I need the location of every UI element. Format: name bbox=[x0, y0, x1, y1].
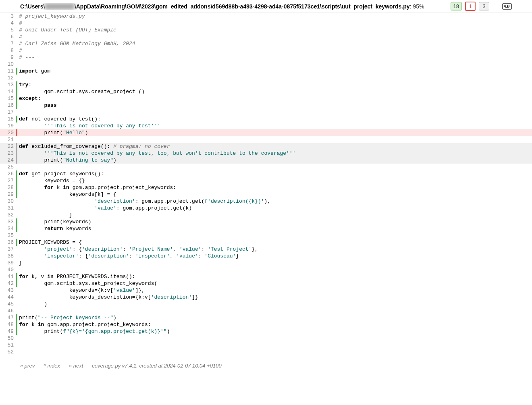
code-text: 'project': {'description': 'Project Name… bbox=[17, 246, 532, 253]
code-line: 41for k, v in PROJECT_KEYWORDS.items(): bbox=[0, 273, 532, 280]
line-number[interactable]: 21 bbox=[0, 136, 16, 143]
line-number[interactable]: 26 bbox=[0, 170, 16, 177]
code-text: } bbox=[17, 212, 532, 218]
code-text: for k in gom.app.project.project_keyword… bbox=[17, 184, 532, 191]
line-number[interactable]: 22 bbox=[0, 143, 16, 150]
code-text: # Unit Under Test (UUT) Example bbox=[17, 27, 532, 33]
line-number[interactable]: 43 bbox=[0, 287, 16, 294]
line-number[interactable]: 28 bbox=[0, 184, 16, 191]
line-number[interactable]: 31 bbox=[0, 205, 16, 212]
code-text: pass bbox=[17, 102, 532, 109]
line-number[interactable]: 16 bbox=[0, 102, 16, 109]
code-line: 27 keywords = {} bbox=[0, 177, 532, 184]
code-line: 11import gom bbox=[0, 68, 532, 75]
code-line: 30 'description': gom.app.project.get(f'… bbox=[0, 198, 532, 205]
line-number[interactable]: 49 bbox=[0, 328, 16, 335]
line-number[interactable]: 4 bbox=[0, 20, 16, 27]
line-number[interactable]: 13 bbox=[0, 81, 16, 88]
code-text: # --- bbox=[17, 54, 532, 61]
line-number[interactable]: 33 bbox=[0, 218, 16, 225]
line-number[interactable]: 9 bbox=[0, 54, 16, 61]
code-line: 50 bbox=[0, 335, 532, 342]
line-number[interactable]: 39 bbox=[0, 260, 16, 266]
code-line: 47print("-- Project keywords --") bbox=[0, 314, 532, 321]
line-number[interactable]: 18 bbox=[0, 116, 16, 123]
line-number[interactable]: 5 bbox=[0, 27, 16, 33]
code-line: 40 bbox=[0, 266, 532, 273]
code-text: print("Nothing to say") bbox=[17, 157, 532, 164]
line-number[interactable]: 44 bbox=[0, 294, 16, 301]
line-number[interactable]: 14 bbox=[0, 88, 16, 95]
code-line: 37 'project': {'description': 'Project N… bbox=[0, 246, 532, 253]
stat-run-count[interactable]: 18 bbox=[451, 2, 462, 10]
line-number[interactable]: 17 bbox=[0, 109, 16, 116]
line-number[interactable]: 41 bbox=[0, 273, 16, 280]
prev-link[interactable]: « prev bbox=[20, 363, 35, 369]
keyboard-icon[interactable] bbox=[502, 3, 512, 10]
line-number[interactable]: 52 bbox=[0, 349, 16, 355]
next-link[interactable]: » next bbox=[69, 363, 83, 369]
line-number[interactable]: 34 bbox=[0, 225, 16, 232]
line-number[interactable]: 48 bbox=[0, 321, 16, 328]
line-number[interactable]: 20 bbox=[0, 129, 16, 136]
code-line: 7# Carl Zeiss GOM Metrology GmbH, 2024 bbox=[0, 40, 532, 47]
line-number[interactable]: 36 bbox=[0, 239, 16, 246]
code-text: keywords = {} bbox=[17, 177, 532, 184]
line-number[interactable]: 10 bbox=[0, 61, 16, 68]
line-number[interactable]: 15 bbox=[0, 95, 16, 102]
index-link[interactable]: ^ index bbox=[44, 363, 60, 369]
line-number[interactable]: 51 bbox=[0, 342, 16, 349]
code-line: 14 gom.script.sys.create_project () bbox=[0, 88, 532, 95]
line-number[interactable]: 45 bbox=[0, 301, 16, 307]
line-number[interactable]: 27 bbox=[0, 177, 16, 184]
line-number[interactable]: 40 bbox=[0, 266, 16, 273]
code-text: keywords_description={k:v['description']… bbox=[17, 294, 532, 301]
line-number[interactable]: 42 bbox=[0, 280, 16, 287]
line-number[interactable]: 37 bbox=[0, 246, 16, 253]
code-line: 15except: bbox=[0, 95, 532, 102]
line-number[interactable]: 30 bbox=[0, 198, 16, 205]
line-number[interactable]: 46 bbox=[0, 307, 16, 314]
code-text: except: bbox=[17, 95, 532, 102]
stat-excluded-count[interactable]: 3 bbox=[479, 2, 489, 10]
svg-point-2 bbox=[506, 5, 506, 5]
code-line: 16 pass bbox=[0, 102, 532, 109]
code-line: 25 bbox=[0, 164, 532, 170]
line-number[interactable]: 19 bbox=[0, 123, 16, 129]
line-number[interactable]: 6 bbox=[0, 33, 16, 40]
line-number[interactable]: 24 bbox=[0, 157, 16, 164]
code-text: # Carl Zeiss GOM Metrology GmbH, 2024 bbox=[17, 40, 532, 47]
line-number[interactable]: 29 bbox=[0, 191, 16, 198]
line-number[interactable]: 25 bbox=[0, 164, 16, 170]
code-line: 22def excluded_from_coverage(): # pragma… bbox=[0, 143, 532, 150]
code-line: 9# --- bbox=[0, 54, 532, 61]
code-text: for k in gom.app.project.project_keyword… bbox=[17, 321, 532, 328]
stat-miss-count[interactable]: 1 bbox=[465, 2, 476, 11]
line-number[interactable]: 3 bbox=[0, 13, 16, 20]
code-line: 51 bbox=[0, 342, 532, 349]
code-text: for k, v in PROJECT_KEYWORDS.items(): bbox=[17, 273, 532, 280]
svg-point-7 bbox=[507, 6, 508, 6]
line-number[interactable]: 38 bbox=[0, 253, 16, 260]
line-number[interactable]: 23 bbox=[0, 150, 16, 157]
code-line: 39} bbox=[0, 260, 532, 266]
code-text: # bbox=[17, 33, 532, 40]
line-number[interactable]: 11 bbox=[0, 68, 16, 75]
line-number[interactable]: 50 bbox=[0, 335, 16, 342]
line-number[interactable]: 8 bbox=[0, 47, 16, 54]
code-line: 42 gom.script.sys.set_project_keywords( bbox=[0, 280, 532, 287]
code-line: 3# project_keywords.py bbox=[0, 13, 532, 20]
code-text bbox=[17, 136, 532, 143]
code-line: 12 bbox=[0, 75, 532, 81]
code-text bbox=[17, 335, 532, 342]
code-line: 48for k in gom.app.project.project_keywo… bbox=[0, 321, 532, 328]
line-number[interactable]: 47 bbox=[0, 314, 16, 321]
code-line: 29 keywords[k] = { bbox=[0, 191, 532, 198]
line-number[interactable]: 7 bbox=[0, 40, 16, 47]
code-line: 18def not_covered_by_test(): bbox=[0, 116, 532, 123]
line-number[interactable]: 32 bbox=[0, 212, 16, 218]
code-line: 36PROJECT_KEYWORDS = { bbox=[0, 239, 532, 246]
line-number[interactable]: 12 bbox=[0, 75, 16, 81]
header-bar: C:\Users\XXXXXXX\AppData\Roaming\GOM\202… bbox=[0, 0, 532, 13]
line-number[interactable]: 35 bbox=[0, 232, 16, 239]
